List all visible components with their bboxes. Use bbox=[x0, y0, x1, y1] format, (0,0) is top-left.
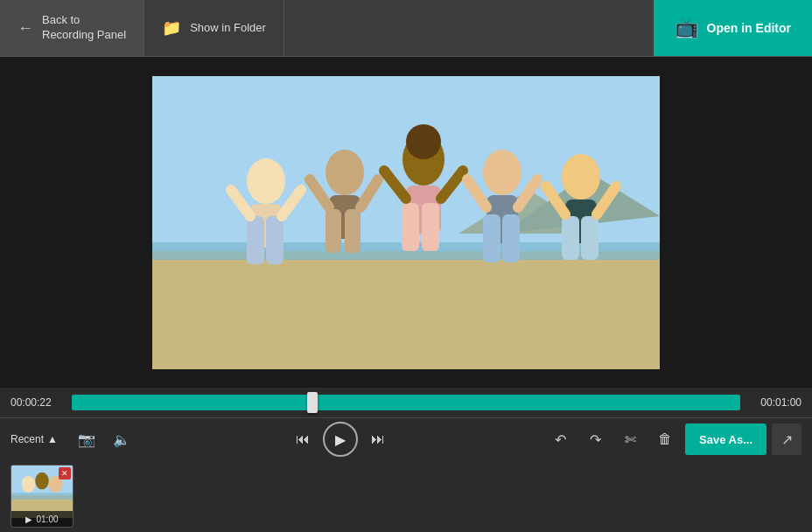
back-label-line2: Recording Panel bbox=[42, 28, 126, 43]
timeline-handle[interactable] bbox=[307, 392, 318, 413]
controls-row: Recent ▲ 📷 🔈 ⏮ ▶ ⏭ ↶ ↷ ✄ 🗑 Save As... ↗ bbox=[0, 418, 812, 460]
time-total: 00:01:00 bbox=[749, 396, 802, 409]
thumb-play-icon: ▶ bbox=[25, 514, 32, 524]
svg-rect-21 bbox=[502, 214, 520, 262]
timeline-bar-row: 00:00:22 00:01:00 bbox=[10, 395, 802, 410]
video-frame bbox=[152, 76, 660, 369]
toolbar: ← Back to Recording Panel 📁 Show in Fold… bbox=[0, 0, 812, 57]
play-btn[interactable]: ▶ bbox=[323, 422, 358, 457]
svg-rect-20 bbox=[483, 214, 500, 262]
folder-icon: 📁 bbox=[162, 18, 181, 38]
recent-label: Recent ▲ bbox=[10, 433, 58, 445]
timeline-track[interactable] bbox=[72, 395, 740, 410]
thumb-duration: 01:00 bbox=[36, 514, 58, 524]
video-svg bbox=[152, 76, 660, 369]
svg-rect-3 bbox=[152, 251, 660, 369]
back-label-line1: Back to bbox=[42, 13, 126, 28]
svg-rect-25 bbox=[581, 216, 598, 260]
video-preview bbox=[152, 76, 660, 369]
open-editor-label2: Editor bbox=[756, 21, 791, 35]
svg-point-14 bbox=[406, 124, 441, 159]
thumbnail-strip: ✕ ▶ 01:00 bbox=[0, 460, 812, 532]
save-as-btn[interactable]: Save As... bbox=[685, 424, 766, 455]
delete-btn[interactable]: 🗑 bbox=[650, 424, 680, 454]
skip-forward-btn[interactable]: ⏭ bbox=[363, 424, 393, 454]
svg-point-40 bbox=[35, 472, 49, 490]
show-folder-btn[interactable]: 📁 Show in Folder bbox=[144, 0, 284, 56]
undo-btn[interactable]: ↶ bbox=[545, 424, 575, 454]
back-to-recording-btn[interactable]: ← Back to Recording Panel bbox=[0, 0, 144, 56]
cut-btn[interactable]: ✄ bbox=[615, 424, 645, 454]
svg-rect-24 bbox=[562, 216, 579, 260]
svg-rect-12 bbox=[345, 209, 360, 253]
svg-point-9 bbox=[326, 150, 364, 195]
back-arrow-icon: ← bbox=[18, 19, 33, 38]
thumbnail-item[interactable]: ✕ ▶ 01:00 bbox=[10, 465, 74, 528]
show-folder-label: Show in Folder bbox=[190, 21, 266, 36]
time-current: 00:00:22 bbox=[10, 396, 63, 409]
screenshot-btn[interactable]: 📷 bbox=[72, 424, 102, 454]
skip-back-btn[interactable]: ⏮ bbox=[288, 424, 318, 454]
svg-point-18 bbox=[483, 150, 522, 195]
video-area bbox=[0, 57, 812, 388]
svg-point-5 bbox=[247, 158, 285, 204]
thumbnail-close-btn[interactable]: ✕ bbox=[59, 467, 71, 480]
svg-rect-7 bbox=[247, 216, 264, 264]
svg-rect-11 bbox=[326, 209, 341, 253]
svg-rect-8 bbox=[266, 216, 284, 264]
redo-btn[interactable]: ↷ bbox=[580, 424, 610, 454]
svg-point-39 bbox=[22, 476, 36, 494]
open-in-editor-btn[interactable]: 📺 Open in Editor bbox=[654, 0, 812, 56]
svg-rect-17 bbox=[422, 203, 439, 251]
thumbnail-footer: ▶ 01:00 bbox=[11, 511, 73, 527]
svg-rect-38 bbox=[11, 493, 73, 500]
svg-rect-16 bbox=[402, 203, 419, 251]
open-editor-label1: Open in bbox=[707, 21, 752, 35]
timeline-area: 00:00:22 00:01:00 bbox=[0, 388, 812, 417]
editor-icon: 📺 bbox=[675, 17, 698, 39]
svg-point-22 bbox=[562, 154, 600, 200]
volume-btn[interactable]: 🔈 bbox=[107, 424, 136, 454]
share-btn[interactable]: ↗ bbox=[772, 424, 802, 455]
recent-arrow-icon: ▲ bbox=[47, 433, 58, 445]
